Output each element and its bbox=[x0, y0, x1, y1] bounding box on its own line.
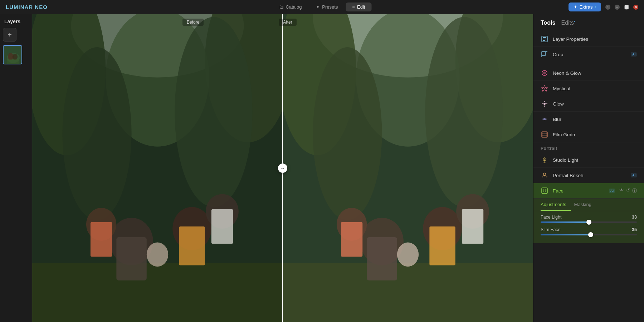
svg-point-66 bbox=[543, 162, 546, 163]
face-adjustments: Face Light 33 Slim Face 35 bbox=[533, 211, 644, 243]
svg-point-49 bbox=[544, 88, 545, 89]
glow-icon bbox=[541, 100, 548, 108]
face-reset-icon[interactable]: ↺ bbox=[626, 187, 630, 194]
slim-face-slider[interactable] bbox=[541, 234, 637, 235]
svg-point-17 bbox=[147, 243, 168, 267]
svg-rect-43 bbox=[542, 52, 546, 55]
layer-thumb-svg bbox=[4, 46, 22, 64]
slim-face-label-row: Slim Face 35 bbox=[541, 227, 637, 232]
svg-point-50 bbox=[543, 103, 546, 105]
svg-point-27 bbox=[313, 47, 382, 220]
layers-title: Layers bbox=[3, 19, 29, 24]
tools-panel: Tools Edits• Layer Properties Crop AI bbox=[533, 14, 644, 322]
svg-rect-42 bbox=[543, 40, 545, 41]
canvas-area: Before After bbox=[32, 14, 533, 322]
tool-item-glow[interactable]: Glow bbox=[533, 96, 644, 112]
tool-item-face[interactable]: Face AI 👁 ↺ ⓘ bbox=[533, 183, 644, 199]
catalog-icon: 🗂 bbox=[279, 4, 284, 10]
tool-label-mystical: Mystical bbox=[553, 86, 637, 91]
svg-point-71 bbox=[543, 190, 544, 191]
close-button[interactable]: ✕ bbox=[633, 5, 638, 10]
tool-label-studio-light: Studio Light bbox=[553, 157, 637, 163]
svg-point-3 bbox=[13, 54, 18, 60]
slim-face-thumb[interactable] bbox=[588, 232, 593, 237]
face-light-value: 33 bbox=[632, 215, 637, 220]
extras-plus-icon: ✦ bbox=[574, 4, 577, 10]
face-active-icons: 👁 ↺ ⓘ bbox=[619, 187, 637, 194]
face-ai-badge: AI bbox=[609, 189, 615, 193]
layer-thumbnail[interactable] bbox=[3, 45, 22, 64]
face-light-fill bbox=[541, 221, 589, 223]
svg-rect-14 bbox=[116, 237, 146, 280]
face-tab-adjustments[interactable]: Adjustments bbox=[541, 199, 571, 211]
tab-edit[interactable]: ≡ Edit bbox=[346, 3, 371, 11]
tool-item-portrait-bokeh[interactable]: Portrait Bokeh AI bbox=[533, 168, 644, 183]
image-container: ↔ bbox=[32, 14, 533, 322]
tool-item-studio-light[interactable]: Studio Light bbox=[533, 152, 644, 168]
tool-item-blur[interactable]: Blur bbox=[533, 112, 644, 127]
tool-label-portrait-bokeh: Portrait Bokeh bbox=[553, 173, 626, 178]
presets-icon: ✦ bbox=[316, 4, 320, 10]
svg-rect-29 bbox=[283, 263, 533, 322]
split-divider: ↔ bbox=[282, 14, 283, 322]
minimize-button[interactable]: – bbox=[615, 5, 620, 10]
svg-point-67 bbox=[543, 173, 546, 176]
face-light-slider[interactable] bbox=[541, 221, 637, 223]
svg-rect-12 bbox=[32, 263, 283, 322]
tools-list: Layer Properties Crop AI Neon & Glow bbox=[533, 30, 644, 322]
tool-item-film-grain[interactable]: Film Grain bbox=[533, 127, 644, 142]
face-icon bbox=[541, 187, 548, 195]
tool-label-layer-properties: Layer Properties bbox=[553, 36, 637, 42]
svg-rect-16 bbox=[91, 222, 112, 257]
studio-light-icon bbox=[541, 156, 548, 164]
tool-item-crop[interactable]: Crop AI bbox=[533, 47, 644, 62]
layers-panel: Layers + bbox=[0, 14, 32, 322]
share-button[interactable]: ↑ bbox=[605, 5, 610, 10]
svg-point-64 bbox=[544, 158, 545, 160]
svg-rect-70 bbox=[542, 188, 547, 194]
tool-item-layer-properties[interactable]: Layer Properties bbox=[533, 31, 644, 47]
add-layer-button[interactable]: + bbox=[3, 28, 16, 42]
tab-presets[interactable]: ✦ Presets bbox=[309, 3, 344, 11]
svg-point-68 bbox=[542, 176, 543, 177]
face-eye-icon[interactable]: 👁 bbox=[619, 187, 624, 194]
film-grain-icon bbox=[541, 131, 548, 138]
svg-rect-4 bbox=[7, 59, 19, 64]
face-info-icon[interactable]: ⓘ bbox=[632, 187, 637, 194]
titlebar: LUMINAR NEO 🗂 Catalog ✦ Presets ≡ Edit ✦… bbox=[0, 0, 644, 14]
tool-item-mystical[interactable]: Mystical bbox=[533, 81, 644, 96]
svg-point-34 bbox=[397, 243, 419, 267]
edits-tab[interactable]: Edits• bbox=[561, 19, 575, 26]
extras-button[interactable]: ✦ Extras• bbox=[569, 3, 601, 11]
maximize-button[interactable]: ⬜ bbox=[624, 5, 629, 10]
svg-rect-41 bbox=[543, 39, 546, 39]
nav-tabs: 🗂 Catalog ✦ Presets ≡ Edit bbox=[273, 3, 372, 11]
tools-header: Tools Edits• bbox=[533, 14, 644, 30]
before-image-svg bbox=[32, 14, 283, 322]
edit-icon: ≡ bbox=[352, 4, 355, 10]
after-image-svg bbox=[283, 14, 533, 322]
svg-rect-33 bbox=[341, 222, 362, 257]
app-logo: LUMINAR NEO bbox=[6, 4, 48, 10]
tool-label-face: Face bbox=[553, 188, 605, 194]
slim-face-label: Slim Face bbox=[541, 227, 561, 232]
tab-catalog[interactable]: 🗂 Catalog bbox=[273, 3, 308, 11]
titlebar-right: ✦ Extras• ↑ – ⬜ ✕ bbox=[569, 3, 638, 11]
face-tab-masking[interactable]: Masking bbox=[574, 199, 596, 211]
layer-thumb-image bbox=[4, 46, 21, 64]
face-light-label-row: Face Light 33 bbox=[541, 215, 637, 220]
split-handle[interactable]: ↔ bbox=[278, 164, 287, 173]
titlebar-left: LUMINAR NEO bbox=[6, 4, 48, 10]
tool-label-blur: Blur bbox=[553, 117, 637, 122]
svg-rect-36 bbox=[429, 226, 455, 265]
portrait-section-label: Portrait bbox=[533, 142, 644, 152]
svg-point-10 bbox=[62, 47, 131, 220]
face-light-thumb[interactable] bbox=[586, 220, 591, 225]
svg-rect-21 bbox=[211, 209, 233, 244]
canvas-wrapper: Before After bbox=[32, 14, 533, 322]
tool-item-neon-glow[interactable]: Neon & Glow bbox=[533, 65, 644, 81]
tool-label-glow: Glow bbox=[553, 101, 637, 107]
tools-tab[interactable]: Tools bbox=[541, 20, 555, 26]
face-panel: Adjustments Masking Face Light 33 bbox=[533, 199, 644, 243]
face-light-label: Face Light bbox=[541, 215, 561, 220]
